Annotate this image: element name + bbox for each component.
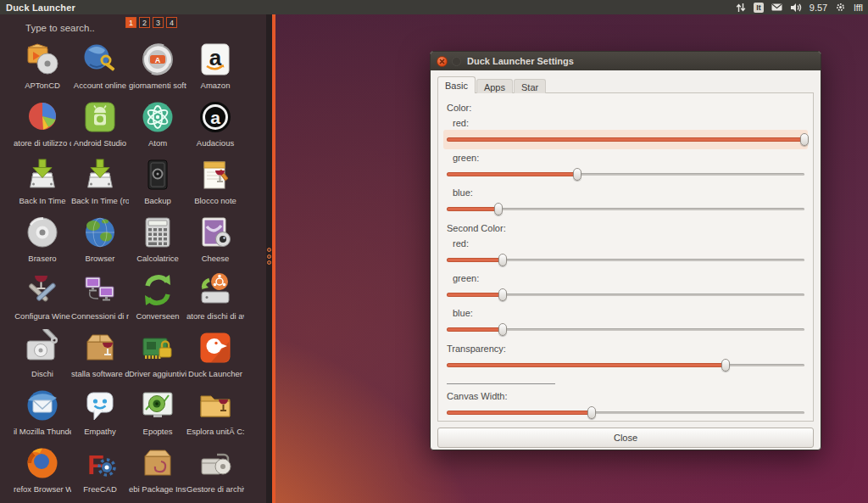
brasero-icon xyxy=(24,214,61,251)
group-label: Transparency: xyxy=(447,344,804,355)
app-label: FreeCAD xyxy=(71,484,129,494)
launcher-app[interactable]: Esplora unitÃ C: xyxy=(186,387,244,444)
window-titlebar[interactable]: Duck Launcher Settings xyxy=(431,52,821,70)
launcher-app[interactable]: Browser xyxy=(71,214,129,271)
tab-basic[interactable]: Basic xyxy=(437,76,476,93)
launcher-app[interactable]: Configura Wine xyxy=(14,271,71,329)
tab-star[interactable]: Star xyxy=(514,79,546,93)
app-label: Duck Launcher xyxy=(186,369,244,378)
thunderbird-icon xyxy=(24,387,61,424)
desktop: Duck Launcher It 9.57 lffl Type to searc… xyxy=(0,0,868,503)
launcher-app[interactable]: Duck Launcher xyxy=(186,329,244,387)
volume-icon[interactable] xyxy=(790,3,802,13)
slider-thumb[interactable] xyxy=(573,168,581,181)
app-grid: APTonCDAccount onlineAgiornamenti softwa… xyxy=(14,41,244,502)
group-label: Color: xyxy=(447,103,804,115)
amazon-icon: a xyxy=(197,41,234,78)
session-gear-icon[interactable] xyxy=(835,2,846,13)
launcher-app[interactable]: Empathy xyxy=(71,387,129,444)
launcher-app[interactable]: Blocco note xyxy=(186,156,244,214)
launcher-app[interactable]: Connessioni di rete xyxy=(71,271,129,329)
launcher-app[interactable]: Agiornamenti softw xyxy=(129,41,186,98)
launcher-app[interactable]: Brasero xyxy=(14,214,71,271)
launcher-app[interactable]: Converseen xyxy=(129,271,186,329)
slider-thumb[interactable] xyxy=(587,406,596,419)
slider-track[interactable] xyxy=(447,411,804,414)
mail-icon[interactable] xyxy=(771,3,782,11)
launcher-app[interactable]: Cheese xyxy=(186,214,244,271)
launcher-app[interactable]: atore di utilizzo di xyxy=(14,98,71,156)
slider-thumb[interactable] xyxy=(800,133,809,146)
launcher-app[interactable]: Back In Time (root xyxy=(71,156,129,214)
active-app-title: Duck Launcher xyxy=(0,3,75,13)
freecad-icon: F xyxy=(81,444,119,482)
launcher-app[interactable]: stalla software di xyxy=(71,329,129,387)
launcher-app[interactable]: Backup xyxy=(129,156,186,214)
atom-icon xyxy=(139,98,176,136)
androidstudio-icon xyxy=(81,98,119,136)
window-minimize-icon[interactable] xyxy=(452,57,461,66)
app-label: Configura Wine xyxy=(14,311,71,321)
app-label: Back In Time xyxy=(14,196,71,205)
launcher-app[interactable]: aAmazon xyxy=(186,41,244,98)
panel-resize-handle[interactable] xyxy=(267,248,272,267)
accounts-icon xyxy=(81,41,119,78)
page-button-3[interactable]: 3 xyxy=(153,17,164,28)
slider-track[interactable] xyxy=(447,293,804,296)
launcher-app[interactable]: aAudacious xyxy=(186,98,244,156)
launcher-app[interactable]: Back In Time xyxy=(14,156,71,214)
launcher-app[interactable]: il Mozilla Thunder xyxy=(14,387,71,444)
slider-thumb[interactable] xyxy=(721,359,730,372)
clock[interactable]: 9.57 xyxy=(810,3,827,13)
launcher-app[interactable]: Driver aggiuntivi xyxy=(129,329,186,387)
slider-track[interactable] xyxy=(447,138,804,141)
app-label: APTonCD xyxy=(14,81,71,90)
svg-text:A: A xyxy=(155,56,161,64)
launcher-app[interactable]: Atom xyxy=(129,98,186,156)
separator xyxy=(447,383,555,384)
slider-label: green: xyxy=(453,273,804,285)
backintime-icon xyxy=(81,156,119,193)
launcher-app[interactable]: Calcolatrice xyxy=(129,214,186,271)
slider-track[interactable] xyxy=(447,259,804,261)
launcher-app[interactable]: Epoptes xyxy=(129,387,186,444)
slider-thumb[interactable] xyxy=(498,323,507,336)
slider-track[interactable] xyxy=(447,328,804,331)
tab-apps[interactable]: Apps xyxy=(476,79,513,93)
slider-track[interactable] xyxy=(447,364,804,366)
launcher-app[interactable]: refox Browser We xyxy=(14,444,71,502)
panel-border-line xyxy=(272,14,275,503)
svg-text:F: F xyxy=(87,450,104,480)
slider-track[interactable] xyxy=(447,208,804,210)
launcher-app[interactable]: Gestore di archivi xyxy=(186,444,244,502)
app-label: Empathy xyxy=(71,427,129,436)
launcher-app[interactable]: APTonCD xyxy=(14,41,71,98)
group-label: Canvas Width: xyxy=(447,391,804,403)
drivers-icon xyxy=(139,329,176,366)
search-input[interactable]: Type to search.. xyxy=(25,23,95,33)
page-button-2[interactable]: 2 xyxy=(139,17,150,28)
launcher-app[interactable]: ebi Package Insta xyxy=(129,444,186,502)
keyboard-indicator-icon[interactable] xyxy=(736,3,746,13)
slider-thumb[interactable] xyxy=(498,254,507,266)
slider-thumb[interactable] xyxy=(498,288,507,301)
session-label[interactable]: lffl xyxy=(854,3,863,13)
close-button[interactable]: Close xyxy=(437,428,814,448)
slider-track[interactable] xyxy=(447,173,804,176)
slider-thumb[interactable] xyxy=(494,203,503,215)
launcher-app[interactable]: FFreeCAD xyxy=(71,444,129,502)
app-label: Connessioni di rete xyxy=(71,311,129,321)
app-label: Brasero xyxy=(14,254,71,263)
app-label: Converseen xyxy=(129,311,186,321)
ducklauncher-icon xyxy=(197,329,234,366)
launcher-app[interactable]: Dischi xyxy=(14,329,71,387)
page-button-4[interactable]: 4 xyxy=(166,17,177,28)
page-button-1[interactable]: 1 xyxy=(125,17,136,28)
keyboard-layout-indicator[interactable]: It xyxy=(754,3,764,13)
launcher-app[interactable]: Android Studio xyxy=(71,98,129,156)
launcher-app[interactable]: atore dischi di av xyxy=(186,271,244,329)
epoptes-icon xyxy=(139,387,176,424)
launcher-app[interactable]: Account online xyxy=(71,41,129,98)
app-label: Dischi xyxy=(14,369,71,378)
window-close-icon[interactable] xyxy=(437,56,448,67)
